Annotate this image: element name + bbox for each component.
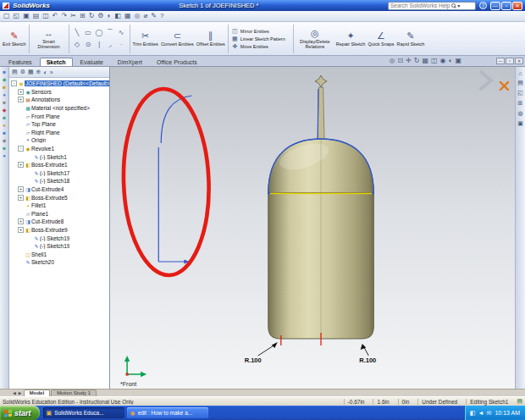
ribbon-tab[interactable]: Office Products: [150, 58, 204, 66]
print-preview-icon[interactable]: ◫: [42, 11, 49, 21]
spline-tool-icon[interactable]: ∿: [116, 27, 127, 39]
repair-sketch-button[interactable]: ✦ Repair Sketch: [336, 30, 366, 47]
left-toolbar-icon-4[interactable]: ●: [3, 92, 6, 98]
feature-tree-item[interactable]: ✎ Sketch20: [9, 258, 109, 267]
redo-icon[interactable]: ↷: [62, 11, 68, 21]
left-toolbar-icon-7[interactable]: ■: [3, 115, 6, 121]
start-button[interactable]: start: [0, 406, 40, 420]
doc-close-button[interactable]: ✕: [515, 58, 523, 64]
open-file-icon[interactable]: ◱: [14, 11, 20, 21]
tree-expander-icon[interactable]: -: [11, 80, 17, 86]
feature-tree-item[interactable]: ◖ Fillet1: [9, 202, 109, 210]
sketch-spike-line[interactable]: [318, 89, 318, 139]
tree-expander-icon[interactable]: [26, 170, 32, 176]
feature-tree-item[interactable]: ✎ (-) Sketch19: [9, 234, 109, 242]
move-entities-button[interactable]: ✥ Move Entities: [231, 43, 290, 50]
ribbon-tab[interactable]: Sketch: [40, 58, 73, 66]
tree-expander-icon[interactable]: +: [18, 195, 24, 201]
rectangle-tool-icon[interactable]: ▭: [83, 27, 94, 39]
display-style-icon[interactable]: ◫: [431, 57, 438, 65]
messenger-icon[interactable]: ✉: [487, 410, 492, 417]
section-view-icon[interactable]: ◧: [114, 11, 121, 21]
zoom-fit-icon[interactable]: ◎: [389, 57, 395, 65]
left-toolbar-icon-11[interactable]: ■: [3, 146, 6, 152]
tree-expander-icon[interactable]: +: [18, 162, 24, 168]
tree-expander-icon[interactable]: [26, 243, 32, 249]
feature-tree-item[interactable]: ▦ Material <not specified>: [9, 104, 109, 113]
doc-restore-button[interactable]: ▫: [506, 58, 514, 64]
tree-expander-icon[interactable]: [26, 178, 32, 184]
tree-expander-icon[interactable]: [18, 130, 24, 135]
sketch-fillet-tool-icon[interactable]: ◞: [105, 39, 116, 51]
model-spike-tip[interactable]: [315, 75, 327, 87]
feature-tree-item[interactable]: ✎ (-) Sketch19: [9, 242, 109, 251]
confirmation-corner-exit-icon[interactable]: [480, 71, 491, 90]
help-icon[interactable]: ?: [160, 11, 163, 21]
sketch-icon[interactable]: ✎: [151, 11, 157, 21]
tab-scroll-left-icon[interactable]: ◀: [12, 390, 17, 395]
feature-tree-item[interactable]: ▱ Plane1: [9, 210, 109, 218]
feature-tree-item[interactable]: ▱ Top Plane: [9, 120, 109, 129]
left-toolbar-icon-2[interactable]: ◆: [3, 77, 7, 83]
exit-sketch-button[interactable]: ✎ Exit Sketch: [3, 30, 26, 47]
left-toolbar-icon-1[interactable]: ■: [3, 69, 6, 75]
rapid-sketch-button[interactable]: ✎ Rapid Sketch: [397, 30, 425, 47]
offset-entities-button[interactable]: ∥ Offset Entities: [196, 30, 225, 47]
sketch-point-right[interactable]: [372, 192, 374, 195]
ribbon-tab[interactable]: DimXpert: [111, 58, 149, 66]
maximize-button[interactable]: ▫: [501, 2, 511, 10]
measure-icon[interactable]: ⌀: [143, 11, 147, 21]
feature-tree-item[interactable]: ✎ (-) Sketch17: [9, 169, 109, 178]
feature-tree-item[interactable]: + ◨ Cut-Extrude4: [9, 185, 109, 194]
circle-tool-icon[interactable]: ◯: [94, 27, 105, 39]
pan-icon[interactable]: ✛: [406, 57, 412, 65]
point-tool-icon[interactable]: ·: [116, 39, 127, 51]
tree-expander-icon[interactable]: [18, 202, 24, 208]
close-button[interactable]: ✕: [512, 2, 522, 10]
study-tab[interactable]: Motion Study 1: [51, 390, 97, 396]
feature-tree-item[interactable]: + ▤ Annotations: [9, 96, 109, 104]
display-delete-relations-button[interactable]: ◎ Display/Delete Relations: [296, 28, 334, 49]
trim-entities-button[interactable]: ✂ Trim Entities: [133, 30, 158, 47]
polygon-tool-icon[interactable]: ◇: [72, 39, 83, 51]
ribbon-tab[interactable]: Evaluate: [74, 58, 110, 66]
task-pane-resources-icon[interactable]: ⌂: [518, 70, 522, 76]
feature-tree-item[interactable]: + ◨ Cut-Extrude8: [9, 218, 109, 226]
confirmation-corner-cancel-icon[interactable]: [500, 82, 508, 90]
revolve-profile-sketch[interactable]: [158, 96, 191, 264]
undo-icon[interactable]: ↶: [52, 11, 58, 21]
dimxpertmanager-tab-icon[interactable]: ⊕: [36, 69, 41, 75]
task-pane-appearances-icon[interactable]: ◍: [517, 110, 522, 117]
ellipse-tool-icon[interactable]: ⊙: [83, 39, 94, 51]
arc-tool-icon[interactable]: ⌒: [105, 27, 116, 39]
view-orientation-icon[interactable]: ▦: [422, 57, 428, 65]
save-icon[interactable]: ▣: [23, 11, 30, 21]
displaymanager-tab-icon[interactable]: ◐: [43, 69, 47, 75]
tree-expander-icon[interactable]: [26, 235, 32, 241]
task-pane-design-library-icon[interactable]: ▤: [517, 80, 523, 86]
task-pane-view-palette-icon[interactable]: ⊞: [518, 100, 523, 107]
copy-icon[interactable]: ⊞: [80, 11, 86, 21]
tree-expander-icon[interactable]: [18, 113, 24, 119]
tree-expander-icon[interactable]: +: [18, 218, 24, 224]
feature-tree-item[interactable]: ⌖ Origin: [9, 136, 109, 145]
task-pane-file-explorer-icon[interactable]: ◱: [517, 90, 523, 97]
zoom-icon[interactable]: ◎: [134, 11, 140, 21]
left-toolbar-icon-12[interactable]: ●: [3, 153, 6, 159]
zoom-area-icon[interactable]: ⊡: [397, 57, 403, 65]
radius-dimensions[interactable]: R.100 R.100: [245, 342, 377, 364]
task-pane-custom-props-icon[interactable]: ▣: [517, 120, 523, 127]
feature-tree-item[interactable]: + ◧ Boss-Extrude5: [9, 193, 109, 202]
feature-tree-item[interactable]: + ◉ Sensors: [9, 88, 109, 97]
tree-expander-icon[interactable]: [18, 121, 24, 127]
tree-expander-icon[interactable]: [18, 105, 24, 111]
graphics-area[interactable]: R.100 R.100: [110, 67, 515, 389]
feature-tree-item[interactable]: ✎ (-) Sketch18: [9, 177, 109, 185]
apply-scene-icon[interactable]: ▣: [455, 57, 461, 65]
left-toolbar-icon-10[interactable]: ◆: [3, 138, 7, 144]
tree-expander-icon[interactable]: [18, 251, 24, 257]
tree-expander-icon[interactable]: [26, 154, 32, 160]
status-note-icon[interactable]: ▤: [517, 398, 522, 405]
quick-snaps-button[interactable]: ∠ Quick Snaps: [368, 30, 394, 47]
tree-expander-icon[interactable]: [18, 137, 24, 143]
